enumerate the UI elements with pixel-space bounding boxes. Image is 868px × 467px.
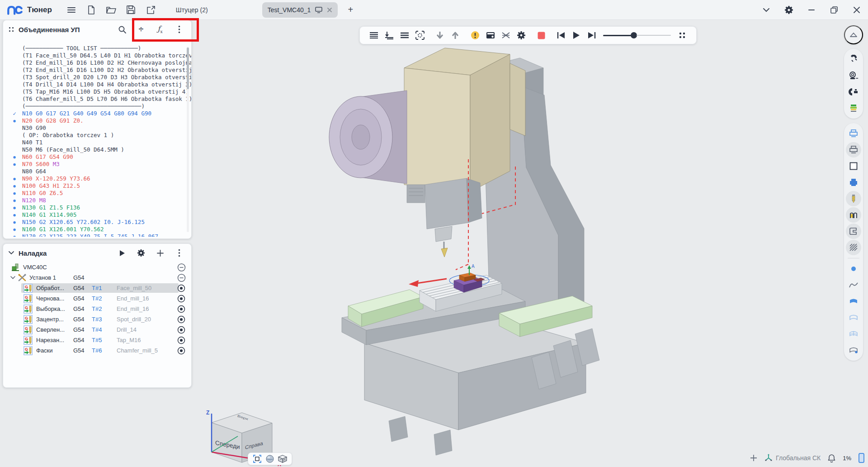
chevron-down-icon[interactable] [9, 251, 14, 255]
shaded-view-button[interactable] [264, 453, 276, 464]
select-frame-button[interactable] [251, 453, 264, 464]
active-operation-radio[interactable] [177, 295, 185, 303]
frame-selection-button[interactable] [413, 29, 427, 42]
warnings-button[interactable] [468, 29, 482, 42]
add-cs-button[interactable] [750, 454, 757, 462]
setup-settings-button[interactable] [135, 247, 147, 259]
active-operation-radio[interactable] [177, 336, 185, 344]
operation-row[interactable]: G Сверлен...G54T#4Drill_14 [3, 324, 191, 335]
gcode-line[interactable]: (──────────────────────────────────) [7, 103, 191, 110]
restore-button[interactable] [827, 3, 841, 17]
gcode-line[interactable]: N40 T1 [7, 139, 191, 146]
machine-wireframe-button[interactable] [846, 126, 861, 141]
slider-knob[interactable] [631, 32, 637, 38]
toolpath-solid-button[interactable] [846, 294, 861, 309]
tab-shtutser[interactable]: Штуцер (2) [176, 6, 208, 14]
gcode-scrollbar-thumb[interactable] [187, 48, 189, 89]
operation-row[interactable]: G Выборка...G54T#2End_mill_16 [3, 304, 191, 314]
gcode-line[interactable]: ●N160 G1 X126.001 Y70.562 [7, 226, 191, 233]
operation-row[interactable]: G Нарезан...G54T#5Tap_M16 [3, 335, 191, 345]
notifications-button[interactable] [828, 454, 835, 462]
spline-display-button[interactable] [846, 277, 861, 293]
gcode-line[interactable]: ●N120 M8 [7, 197, 191, 204]
step-forward-button[interactable] [448, 29, 462, 42]
add-tab-button[interactable]: + [344, 4, 357, 16]
stock-box-button[interactable] [846, 158, 861, 174]
gcode-scrollbar[interactable] [187, 47, 189, 232]
simulation-settings-button[interactable] [514, 29, 528, 42]
gcode-line[interactable]: (T4 Drill_14 D14 L100 D4 H4 Obrabotka ot… [7, 81, 191, 88]
toolbar-grid-button[interactable] [675, 29, 689, 42]
export-button[interactable] [144, 3, 158, 17]
setup1-tree-row[interactable]: Установ 1 G54 [3, 272, 191, 283]
gcode-line[interactable]: ●N170 G2 X125.223 Y49.75 I-5.745 J-16.06… [7, 233, 191, 237]
gcode-line[interactable]: ●N130 G1 Z1.5 F136 [7, 204, 191, 211]
material-removal-button[interactable] [846, 240, 861, 255]
minimize-button[interactable] [805, 3, 818, 17]
close-tab-icon[interactable] [327, 7, 332, 13]
skip-to-start-button[interactable] [554, 29, 568, 42]
gcode-line[interactable]: ●N90 X-120.259 Y73.66 [7, 175, 191, 182]
close-window-button[interactable] [850, 3, 863, 17]
main-menu-button[interactable] [65, 3, 78, 17]
current-lines-button[interactable] [398, 29, 411, 42]
tab-test-vmc40-active[interactable]: Test_VMC40_1 [262, 2, 338, 18]
stock-colors-button[interactable] [846, 100, 861, 116]
gcode-split-button[interactable]: ÷ [135, 24, 147, 35]
gcode-line[interactable]: ●N100 G43 H1 Z12.5 [7, 182, 191, 190]
chevron-down-icon[interactable] [10, 276, 15, 279]
gcode-line[interactable]: ●N60 G17 G54 G90 [7, 153, 191, 161]
play-button[interactable] [570, 29, 583, 42]
gcode-line[interactable]: (T5 Tap_M16 M16 L100 D5 H5 Obrabotka otv… [7, 88, 191, 95]
drag-handle-icon[interactable] [9, 27, 14, 32]
operation-row[interactable]: G ФаскиG54T#6Chamfer_mill_5 [3, 345, 191, 356]
app-settings-button[interactable] [782, 3, 796, 17]
snap-magnet-button[interactable] [846, 52, 861, 67]
memory-gauge-icon[interactable] [859, 453, 864, 463]
setup-panel-header[interactable]: Наладка [3, 244, 191, 262]
active-operation-radio[interactable] [177, 326, 185, 334]
operation-row[interactable]: G Чернова...G54T#2End_mill_16 [3, 293, 191, 304]
goto-line-button[interactable] [382, 29, 396, 42]
gcode-menu-button[interactable] [173, 24, 185, 35]
setup-add-button[interactable] [154, 247, 166, 259]
machine-solid-button[interactable] [846, 175, 861, 190]
gcode-line[interactable]: ( OP: Obrabotka torczev 1 ) [7, 132, 191, 139]
gcode-panel-header[interactable]: Объединенная УП ÷ ƒx [3, 20, 191, 38]
gcode-line[interactable]: ●N70 S600 M3 [7, 161, 191, 168]
part-rotation-button[interactable] [846, 84, 861, 100]
holder-visibility-button[interactable] [846, 207, 861, 223]
gcode-line[interactable]: (T2 End_mill_16 D16 L100 D2 H2 Obrabotka… [7, 67, 191, 74]
camera-view-button[interactable] [846, 68, 861, 83]
iso-view-button[interactable] [276, 453, 289, 464]
display-settings-button[interactable] [484, 29, 497, 42]
titlebar-dropdown-button[interactable] [760, 3, 773, 17]
operation-row[interactable]: G Зацентр...G54T#3Spot_drill_20 [3, 314, 191, 324]
visibility-circle-icon[interactable] [177, 263, 186, 272]
operation-row[interactable]: G Обработ...G54T#1Face_mill_50 [3, 283, 191, 293]
stop-button[interactable] [534, 29, 548, 42]
gcode-line[interactable]: (T2 End_mill_16 D16 L100 D2 H2 CHernovay… [7, 59, 191, 67]
gcode-line[interactable]: N30 G90 [7, 124, 191, 132]
toolpath-grid-button[interactable] [846, 326, 861, 342]
save-button[interactable] [124, 3, 138, 17]
collapse-sidebar-button[interactable] [844, 25, 863, 44]
setup-menu-button[interactable] [173, 247, 185, 259]
simulation-speed-slider[interactable] [603, 29, 671, 42]
coordinate-system-selector[interactable]: Глобальная СК [764, 454, 821, 462]
gcode-line[interactable]: N80 G64 [7, 168, 191, 175]
fixture-visibility-button[interactable] [846, 224, 861, 239]
skip-to-end-button[interactable] [585, 29, 599, 42]
tool-visibility-button[interactable] [846, 191, 861, 206]
active-operation-radio[interactable] [177, 284, 185, 292]
setup-run-button[interactable] [116, 247, 128, 259]
points-display-button[interactable] [846, 261, 861, 276]
gcode-line[interactable]: ●N140 G1 X114.905 [7, 211, 191, 219]
toolpath-points-button[interactable] [846, 343, 861, 358]
active-operation-radio[interactable] [177, 347, 185, 355]
active-operation-radio[interactable] [177, 315, 185, 324]
visibility-circle-icon[interactable] [177, 273, 186, 282]
gcode-search-button[interactable] [116, 24, 128, 35]
gcode-functions-button[interactable]: ƒx [154, 24, 166, 35]
gcode-line[interactable]: ●N110 G0 Z6.5 [7, 190, 191, 197]
